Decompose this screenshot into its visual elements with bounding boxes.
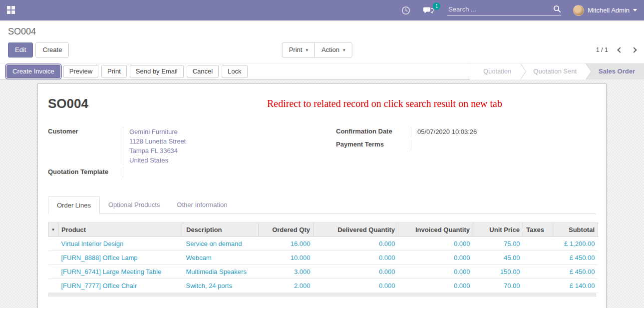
field-value-line[interactable]: 1128 Lunetta Street bbox=[129, 136, 308, 146]
caret-down-icon: ▾ bbox=[343, 46, 345, 54]
table-row[interactable]: Virtual Interior DesignService on demand… bbox=[48, 237, 598, 251]
cell-text[interactable]: Service on demand bbox=[186, 240, 242, 248]
tab-order-lines[interactable]: Order Lines bbox=[48, 196, 100, 214]
product-link[interactable]: [FURN_8888] Office Lamp bbox=[61, 254, 138, 262]
field-payment-terms: Payment Terms bbox=[336, 140, 596, 150]
statusbar-button-print[interactable]: Print bbox=[101, 65, 127, 78]
tab-optional-products[interactable]: Optional Products bbox=[100, 196, 168, 214]
row-handle-cell bbox=[48, 265, 58, 279]
cell-product: [FURN_7777] Office Chair bbox=[58, 279, 183, 293]
product-link[interactable]: [FURN_7777] Office Chair bbox=[61, 282, 137, 290]
cell-text: 3.000 bbox=[294, 268, 311, 276]
field-value-line: 05/07/2020 10:03:26 bbox=[417, 127, 596, 136]
cell-text: £ 140.00 bbox=[570, 282, 595, 290]
notebook-tabs: Order LinesOptional ProductsOther Inform… bbox=[48, 196, 596, 214]
messages-icon[interactable]: 1 bbox=[423, 6, 434, 15]
cell-description: Service on demand bbox=[183, 237, 259, 251]
product-link[interactable]: [FURN_6741] Large Meeting Table bbox=[61, 268, 162, 276]
cell-delivered_qty: 0.000 bbox=[314, 251, 398, 265]
edit-button[interactable]: Edit bbox=[8, 42, 33, 58]
statusbar-button-cancel[interactable]: Cancel bbox=[187, 65, 219, 78]
field-value-line[interactable]: Tampa FL 33634 bbox=[129, 146, 308, 156]
action-menu-button[interactable]: Action ▾ bbox=[315, 42, 352, 58]
column-header-invoiced_qty[interactable]: Invoiced Quantity bbox=[398, 223, 473, 237]
status-step-quotation-sent[interactable]: Quotation Sent bbox=[520, 64, 586, 80]
column-header-description[interactable]: Description bbox=[183, 223, 259, 237]
pager-previous-icon[interactable] bbox=[617, 47, 623, 52]
activity-clock-icon[interactable] bbox=[401, 6, 410, 15]
field-quotation-template: Quotation Template bbox=[48, 168, 308, 178]
cell-subtotal: £ 450.00 bbox=[554, 265, 598, 279]
cell-taxes bbox=[523, 251, 554, 265]
statusbar-button-send-by-email[interactable]: Send by Email bbox=[130, 65, 184, 78]
statusbar: Create InvoicePreviewPrintSend by EmailC… bbox=[0, 63, 644, 80]
sales-order-sheet: SO004 Redirect to related record on clic… bbox=[37, 84, 607, 308]
cell-text: 150.00 bbox=[500, 268, 520, 276]
cell-text: 0.000 bbox=[454, 268, 470, 276]
cell-text: 0.000 bbox=[454, 240, 470, 248]
cell-taxes bbox=[523, 265, 554, 279]
cell-text: 45.00 bbox=[504, 254, 520, 262]
search-input[interactable] bbox=[447, 5, 550, 14]
user-menu[interactable]: Mitchell Admin bbox=[573, 5, 637, 16]
create-button[interactable]: Create bbox=[35, 42, 69, 58]
row-handle-cell bbox=[48, 251, 58, 265]
table-row[interactable]: [FURN_7777] Office ChairSwitch, 24 ports… bbox=[48, 279, 598, 293]
cell-delivered_qty: 0.000 bbox=[314, 279, 398, 293]
global-search bbox=[447, 5, 561, 16]
control-panel: SO004 Edit Create Print ▾ Action ▾ 1 / 1 bbox=[0, 20, 644, 63]
cell-product: [FURN_8888] Office Lamp bbox=[58, 251, 183, 265]
cell-description: Switch, 24 ports bbox=[183, 279, 259, 293]
pager-next-icon[interactable] bbox=[631, 47, 637, 52]
table-row[interactable]: [FURN_8888] Office LampWebcam10.0000.000… bbox=[48, 251, 598, 265]
annotation-note: Redirect to related record on click sear… bbox=[88, 96, 596, 111]
caret-down-icon: ▾ bbox=[306, 46, 308, 54]
pager: 1 / 1 bbox=[596, 46, 636, 54]
field-value-line[interactable]: United States bbox=[129, 156, 308, 165]
cell-text[interactable]: Switch, 24 ports bbox=[186, 282, 233, 290]
apps-menu-icon[interactable] bbox=[7, 6, 15, 14]
field-value bbox=[411, 140, 596, 150]
cell-text[interactable]: Webcam bbox=[186, 254, 212, 262]
cell-taxes bbox=[523, 279, 554, 293]
cell-unit_price: 75.00 bbox=[473, 237, 523, 251]
statusbar-button-create-invoice[interactable]: Create Invoice bbox=[6, 65, 60, 78]
cell-product: Virtual Interior Design bbox=[58, 237, 183, 251]
status-step-sales-order[interactable]: Sales Order bbox=[586, 64, 644, 80]
field-label: Payment Terms bbox=[336, 140, 411, 150]
chevron-down-icon bbox=[633, 9, 637, 12]
column-header-unit_price[interactable]: Unit Price bbox=[473, 223, 523, 237]
cell-text: 0.000 bbox=[379, 240, 395, 248]
cell-description: Webcam bbox=[183, 251, 259, 265]
column-header-product[interactable]: Product bbox=[58, 223, 183, 237]
cell-text: £ 450.00 bbox=[570, 254, 595, 262]
row-handle-cell bbox=[48, 279, 58, 293]
field-value-line[interactable]: Gemini Furniture bbox=[129, 127, 308, 136]
search-icon[interactable] bbox=[553, 5, 561, 13]
column-header-subtotal[interactable]: Subtotal bbox=[554, 223, 598, 237]
record-title: SO004 bbox=[48, 96, 88, 111]
column-header-ordered_qty[interactable]: Ordered Qty bbox=[259, 223, 314, 237]
optional-columns-caret-icon[interactable]: ▼ bbox=[48, 223, 58, 237]
cell-text: 0.000 bbox=[379, 268, 395, 276]
statusbar-button-preview[interactable]: Preview bbox=[63, 65, 98, 78]
product-link[interactable]: Virtual Interior Design bbox=[61, 240, 124, 248]
cell-unit_price: 150.00 bbox=[473, 265, 523, 279]
cell-description: Multimedia Speakers bbox=[183, 265, 259, 279]
tab-other-information[interactable]: Other Information bbox=[168, 196, 236, 214]
cell-ordered_qty: 10.000 bbox=[259, 251, 314, 265]
statusbar-button-lock[interactable]: Lock bbox=[222, 65, 247, 78]
cell-text[interactable]: Multimedia Speakers bbox=[186, 268, 247, 276]
cell-invoiced_qty: 0.000 bbox=[398, 237, 473, 251]
field-confirmation-date: Confirmation Date05/07/2020 10:03:26 bbox=[336, 127, 596, 138]
table-row[interactable]: [FURN_6741] Large Meeting TableMultimedi… bbox=[48, 265, 598, 279]
cell-text: 75.00 bbox=[504, 240, 520, 248]
print-menu-button[interactable]: Print ▾ bbox=[282, 42, 315, 58]
cell-text: 0.000 bbox=[379, 254, 395, 262]
cell-subtotal: £ 450.00 bbox=[554, 251, 598, 265]
pager-value: 1 / 1 bbox=[596, 46, 608, 54]
control-panel-buttons: Edit Create Print ▾ Action ▾ 1 / 1 bbox=[8, 42, 636, 63]
column-header-delivered_qty[interactable]: Delivered Quantity bbox=[314, 223, 398, 237]
column-header-taxes[interactable]: Taxes bbox=[523, 223, 554, 237]
status-step-quotation[interactable]: Quotation bbox=[470, 64, 520, 80]
